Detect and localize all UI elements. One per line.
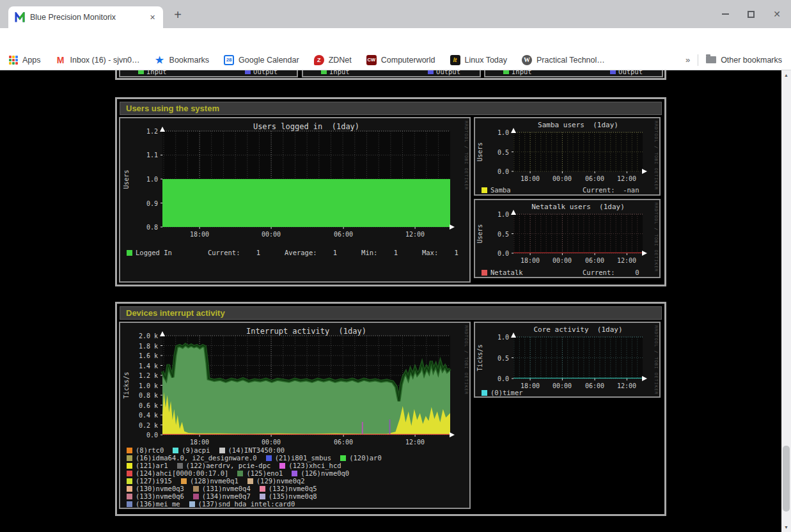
axis-tick-label: 1.1 (120, 152, 158, 159)
bookmark-label: Google Calendar (239, 56, 299, 65)
partial-graph-panel: Input Output (302, 70, 481, 77)
axis-tick-label: 1.0 (475, 211, 509, 218)
folder-icon (706, 56, 716, 63)
axis-tick-label: 00:00 (546, 175, 578, 182)
legend-swatch (237, 471, 243, 476)
legend-swatch (189, 501, 195, 507)
new-tab-button[interactable]: + (170, 8, 185, 23)
bookmark-label: Apps (22, 56, 41, 65)
axis-tick-label: 0.2 k (120, 422, 158, 429)
legend-swatch (127, 448, 132, 453)
legend-item: (126)nvme0q0 (292, 469, 349, 477)
axis-tick-label: 12:00 (611, 382, 643, 389)
bookmark-apps[interactable]: Apps (9, 56, 41, 65)
legend-item: (127)i915 (127, 477, 172, 485)
legend-stats: Current: 1 Average: 1 Min: 1 Max: 1 (208, 249, 458, 256)
plot-area: 1.00.50.018:0000:0006:0012:00 (475, 118, 659, 194)
axis-tick-label: 18:00 (514, 175, 546, 182)
legend-label: Netatalk (490, 269, 523, 276)
bookmark-label: Inbox (16) - sjvn0… (70, 56, 140, 65)
scrollbar-thumb[interactable] (783, 446, 790, 512)
apps-grid-icon (9, 56, 18, 65)
legend-item: (121)ar1 (127, 462, 168, 469)
rrdtool-signature: RRDTOOL / TOBI OETIKER (654, 325, 659, 395)
axis-tick-label: 12:00 (399, 231, 431, 238)
legend-item: (130)nvme0q3 (127, 485, 184, 492)
window-minimize-icon[interactable] (722, 13, 729, 15)
browser-tab[interactable]: Blue Precision Monitorix ✕ (8, 6, 163, 28)
axis-tick-label: 1.2 k (120, 372, 158, 379)
bookmark-computerworld[interactable]: CW Computerworld (366, 55, 435, 65)
tab-close-icon[interactable]: ✕ (147, 12, 158, 23)
axis-tick-label: 00:00 (546, 257, 578, 264)
axis-tick-label: 00:00 (546, 382, 578, 389)
partial-section-bottom: Input Output Input Output Input Output (115, 70, 666, 80)
axis-tick-label: 06:00 (579, 175, 611, 182)
axis-tick-label: 18:00 (184, 439, 215, 446)
legend-output: Output (610, 70, 643, 75)
window-close-icon[interactable]: ✕ (773, 10, 781, 19)
bookmark-zdnet[interactable]: Z ZDNet (314, 55, 352, 65)
legend-item: (128)nvme0q1 (181, 477, 239, 485)
legend-item: (124)ahci[0000:00:17.0] (127, 469, 228, 477)
legend-item: (21)i801_smbus (266, 454, 332, 462)
bookmark-inbox[interactable]: M Inbox (16) - sjvn0… (56, 55, 140, 65)
scroll-up-icon[interactable]: ▲ (781, 70, 791, 80)
legend-item: (131)nvme0q4 (193, 485, 251, 492)
bookmark-google-calendar[interactable]: 28 Google Calendar (224, 55, 299, 65)
computerworld-icon: CW (366, 55, 377, 65)
window-maximize-icon[interactable] (748, 11, 755, 18)
legend-swatch (266, 455, 272, 461)
samba-users-graph[interactable]: Samba users (1day) Users 1.00.50.018:000… (474, 117, 661, 196)
bookmark-practical-technology[interactable]: W Practical Technol… (522, 55, 605, 65)
plot-area: 1.21.11.00.90.818:0000:0006:0012:00 (120, 118, 469, 281)
bookmark-label: Bookmarks (169, 56, 210, 65)
axis-tick-label: 18:00 (184, 231, 215, 238)
axis-tick-label: 0.4 k (120, 412, 158, 419)
bookmark-label: ZDNet (329, 56, 352, 65)
legend-swatch (482, 270, 487, 276)
axis-tick-label: 06:00 (327, 231, 359, 238)
output-swatch (610, 70, 616, 74)
legend-item: (132)nvme0q5 (260, 485, 317, 492)
legend-input: Input (138, 70, 167, 75)
wordpress-icon: W (522, 55, 532, 65)
plot-area: 1.00.50.018:0000:0006:0012:00 (475, 323, 659, 396)
section-header-users: Users using the system (120, 102, 662, 115)
other-bookmarks-button[interactable]: Other bookmarks (706, 56, 782, 65)
vertical-scrollbar[interactable]: ▲ ▼ (781, 70, 791, 532)
core-activity-graph[interactable]: Core activity (1day) Ticks/s 1.00.50.018… (474, 322, 661, 398)
scroll-down-icon[interactable]: ▼ (781, 522, 791, 532)
axis-tick-label: 1.0 (120, 176, 158, 183)
legend-swatch (482, 390, 487, 396)
legend-item: (129)nvme0q2 (247, 477, 305, 485)
legend-input: Input (503, 70, 532, 75)
axis-tick-label: 06:00 (579, 382, 611, 389)
legend-swatch (482, 187, 487, 193)
legend-item: (120)ar0 (340, 454, 382, 462)
netatalk-users-graph[interactable]: Netatalk users (1day) Users 1.00.50.018:… (474, 199, 661, 278)
legend-swatch (279, 463, 285, 469)
graph-legend: Netatalk Current: 0 (482, 269, 654, 276)
section-interrupts: Devices interrupt activity Interrupt act… (115, 302, 666, 516)
axis-tick-label: 0.5 (475, 231, 509, 238)
axis-tick-label: 0.0 (475, 375, 509, 382)
interrupt-activity-graph[interactable]: Interrupt activity (1day) Ticks/s 2.0 k1… (119, 322, 471, 509)
bookmark-bookmarks[interactable]: ★ Bookmarks (155, 55, 210, 65)
legend-label: Samba (490, 186, 511, 194)
partial-graph-panel: Input Output (119, 70, 298, 77)
bookmarks-overflow-icon[interactable]: » (685, 55, 690, 65)
bookmark-linux-today[interactable]: lt Linux Today (450, 55, 508, 65)
users-logged-in-graph[interactable]: Users logged in (1day) Users 1.21.11.00.… (119, 117, 471, 283)
rrdtool-signature: RRDTOOL / TOBI OETIKER (654, 203, 659, 272)
graph-legend: Samba Current: -nan (482, 186, 654, 194)
bookmark-label: Computerworld (381, 56, 435, 65)
graph-legend: Logged In Current: 1 Average: 1 Min: 1 M… (127, 249, 458, 256)
legend-item: (122)aerdrv, pcie-dpc (177, 462, 271, 469)
axis-tick-label: 12:00 (611, 175, 643, 182)
input-swatch (321, 70, 327, 74)
divider (698, 54, 698, 66)
axis-tick-label: 0.0 (475, 168, 509, 175)
axis-tick-label: 1.8 k (120, 343, 158, 350)
section-header-interrupts: Devices interrupt activity (120, 306, 662, 320)
